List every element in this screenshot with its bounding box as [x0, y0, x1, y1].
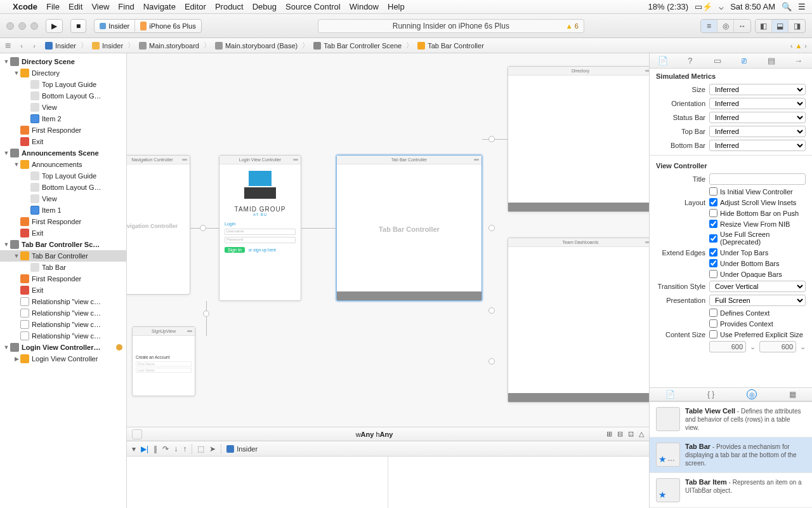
- run-button[interactable]: ▶: [46, 19, 63, 33]
- outline-row[interactable]: Relationship "view c…: [0, 296, 126, 307]
- clock[interactable]: Sat 8:50 AM: [730, 2, 775, 11]
- notifications-icon[interactable]: ☰: [798, 2, 806, 11]
- outline-row[interactable]: Top Layout Guide: [0, 79, 126, 90]
- outline-row[interactable]: Exit: [0, 136, 126, 147]
- menu-help[interactable]: Help: [388, 2, 405, 11]
- interface-builder-canvas[interactable]: Navigation Controller vigation Controlle…: [127, 53, 649, 427]
- outline-row[interactable]: ▼Directory Scene: [0, 56, 126, 67]
- outline-row[interactable]: Item 1: [0, 204, 126, 216]
- hide-debug-icon[interactable]: ▾: [132, 444, 136, 453]
- disclosure-icon[interactable]: ▼: [3, 150, 10, 156]
- nav-forward-icon[interactable]: ›: [29, 42, 40, 50]
- outline-row[interactable]: ▼Directory: [0, 67, 126, 79]
- crumb-folder[interactable]: Insider: [102, 42, 123, 50]
- disclosure-icon[interactable]: ▼: [3, 58, 10, 65]
- scene-team-dashboards[interactable]: Team Dashboards: [508, 237, 649, 403]
- object-library[interactable]: Table View Cell - Defines the attributes…: [650, 401, 812, 508]
- outline-row[interactable]: Exit: [0, 284, 126, 296]
- toggle-navigator-icon[interactable]: ◧: [756, 20, 772, 32]
- menu-file[interactable]: File: [46, 2, 60, 11]
- disclosure-icon[interactable]: ▼: [3, 241, 10, 248]
- size-class-control[interactable]: wAny hAny: [142, 431, 606, 438]
- under-top-checkbox[interactable]: [709, 248, 717, 257]
- menu-source-control[interactable]: Source Control: [285, 2, 341, 11]
- outline-row[interactable]: First Responder: [0, 216, 126, 227]
- hide-bottom-checkbox[interactable]: [709, 209, 717, 217]
- scene-signup[interactable]: SignUpView Create an Account First Name …: [132, 326, 195, 396]
- related-items-icon[interactable]: ⊞: [5, 41, 11, 50]
- disclosure-icon[interactable]: ▼: [3, 344, 10, 351]
- crumb-storyboard[interactable]: Main.storyboard: [149, 42, 199, 50]
- variables-pane[interactable]: Auto ⌄ ◉ ⓘ: [127, 457, 388, 508]
- scene-directory[interactable]: Directory: [508, 66, 649, 212]
- continue-icon[interactable]: ▶|: [141, 444, 148, 453]
- outline-row[interactable]: Top Layout Guide: [0, 170, 126, 182]
- library-item[interactable]: Table View Cell - Defines the attributes…: [650, 402, 812, 438]
- issues-indicator[interactable]: ▲6: [566, 22, 579, 30]
- outline-row[interactable]: First Responder: [0, 124, 126, 136]
- activity-view[interactable]: Running Insider on iPhone 6s Plus ▲6: [318, 19, 584, 33]
- title-input[interactable]: [709, 173, 806, 185]
- scene-tab-bar-controller[interactable]: Tab Bar Controller Tab Bar Controller: [336, 155, 482, 301]
- presentation-select[interactable]: Full Screen: [709, 295, 806, 306]
- outline-row[interactable]: ▶Login View Controller: [0, 353, 126, 364]
- identity-inspector-icon[interactable]: ▭: [709, 56, 726, 65]
- panel-visibility-selector[interactable]: ◧ ⬓ ◨: [755, 19, 806, 33]
- is-initial-checkbox[interactable]: [709, 187, 717, 196]
- crumb-scene[interactable]: Tab Bar Controller Scene: [324, 42, 402, 50]
- menu-view[interactable]: View: [91, 2, 109, 11]
- issue-warning-icon[interactable]: ▲: [795, 42, 802, 50]
- use-preferred-checkbox[interactable]: [709, 330, 717, 338]
- location-icon[interactable]: ➤: [209, 444, 216, 453]
- battery-status[interactable]: 18% (2:33): [648, 2, 689, 11]
- orientation-select[interactable]: Inferred: [709, 98, 806, 109]
- library-item[interactable]: ★•••Tab Bar - Provides a mechanism for d…: [650, 438, 812, 473]
- code-snippet-icon[interactable]: { }: [707, 390, 714, 399]
- fullscreen-checkbox[interactable]: [709, 234, 717, 243]
- file-template-icon[interactable]: 📄: [665, 390, 675, 399]
- scene-navigation-controller[interactable]: Navigation Controller vigation Controlle…: [127, 155, 190, 295]
- attributes-inspector-icon[interactable]: ⎚: [735, 56, 753, 65]
- process-selector[interactable]: Insider: [226, 445, 258, 453]
- menu-edit[interactable]: Edit: [69, 2, 82, 11]
- transition-select[interactable]: Cover Vertical: [709, 281, 806, 292]
- size-inspector-icon[interactable]: ▤: [763, 56, 780, 65]
- wifi-icon[interactable]: ⌵: [719, 2, 724, 11]
- bottombar-select[interactable]: Inferred: [709, 140, 806, 151]
- outline-row[interactable]: Tab Bar: [0, 262, 126, 273]
- disclosure-icon[interactable]: ▶: [13, 356, 20, 362]
- outline-row[interactable]: Bottom Layout G…: [0, 182, 126, 193]
- resize-nib-checkbox[interactable]: [709, 220, 717, 228]
- resolve-issues-icon[interactable]: ⊡: [628, 430, 634, 438]
- outline-row[interactable]: First Responder: [0, 273, 126, 284]
- connections-inspector-icon[interactable]: →: [790, 56, 808, 65]
- help-inspector-icon[interactable]: ?: [681, 56, 699, 65]
- disclosure-icon[interactable]: ▼: [13, 253, 20, 259]
- outline-tree[interactable]: ▼Directory Scene▼DirectoryTop Layout Gui…: [0, 53, 126, 508]
- outline-row[interactable]: Item 2: [0, 113, 126, 124]
- crumb-project[interactable]: Insider: [55, 42, 76, 50]
- resize-icon[interactable]: △: [639, 430, 644, 438]
- menu-debug[interactable]: Debug: [252, 2, 277, 11]
- outline-row[interactable]: ▼Tab Bar Controller Sc…: [0, 239, 126, 250]
- assistant-editor-icon[interactable]: ◎: [717, 20, 734, 32]
- nav-back-icon[interactable]: ‹: [16, 42, 27, 50]
- pin-icon[interactable]: ⊟: [617, 430, 623, 438]
- scene-login[interactable]: Login View Controller TAMID GROUP AT BU …: [219, 155, 301, 301]
- outline-row[interactable]: Relationship "view c…: [0, 319, 126, 330]
- under-bottom-checkbox[interactable]: [709, 259, 717, 267]
- outline-row[interactable]: Relationship "view c…: [0, 307, 126, 319]
- toggle-debug-icon[interactable]: ⬓: [772, 20, 789, 32]
- statusbar-select[interactable]: Inferred: [709, 112, 806, 123]
- step-out-icon[interactable]: ↑: [183, 444, 187, 453]
- outline-row[interactable]: View: [0, 102, 126, 113]
- disclosure-icon[interactable]: ▼: [13, 70, 20, 76]
- align-icon[interactable]: ⊞: [606, 430, 612, 438]
- stop-button[interactable]: ■: [70, 19, 86, 33]
- editor-mode-selector[interactable]: ≡ ◎ ↔: [700, 19, 751, 33]
- menu-product[interactable]: Product: [215, 2, 244, 11]
- console-pane[interactable]: All Output ⌄ 🗑 ◧ ◨: [388, 457, 649, 508]
- step-over-icon[interactable]: ↷: [162, 444, 169, 453]
- issue-next-icon[interactable]: ›: [804, 42, 807, 50]
- size-select[interactable]: Inferred: [709, 84, 806, 95]
